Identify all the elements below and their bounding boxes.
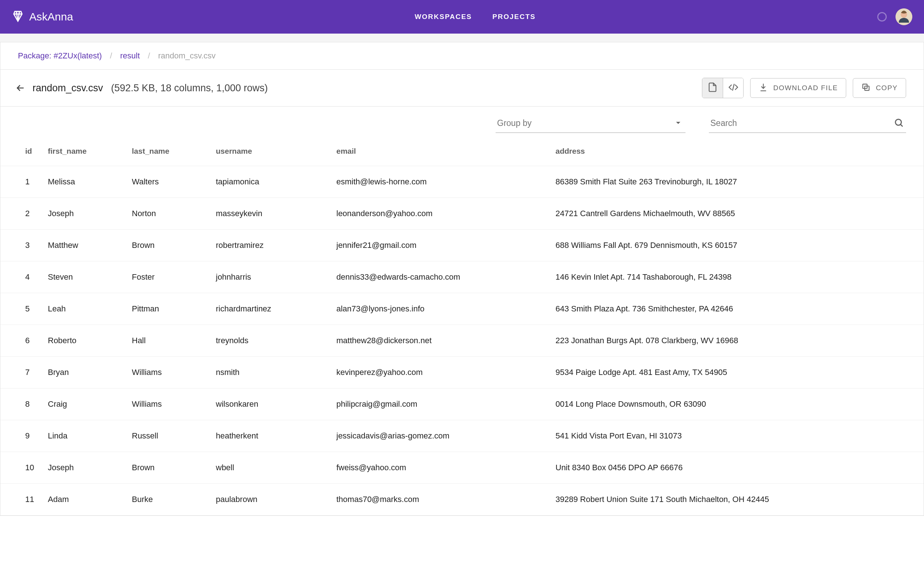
search-icon (894, 117, 904, 129)
cell-first_name: Roberto (48, 325, 132, 357)
cell-address: 24721 Cantrell Gardens Michaelmouth, WV … (556, 198, 924, 230)
cell-last_name: Burke (132, 484, 216, 515)
col-header-username[interactable]: username (216, 136, 336, 166)
cell-first_name: Steven (48, 261, 132, 293)
table-row[interactable]: 1MelissaWalterstapiamonicaesmith@lewis-h… (0, 166, 924, 198)
cell-first_name: Craig (48, 389, 132, 420)
cell-id: 1 (0, 166, 48, 198)
table-row[interactable]: 3MatthewBrownrobertramirezjennifer21@gma… (0, 230, 924, 261)
cell-first_name: Adam (48, 484, 132, 515)
chevron-down-icon (673, 117, 683, 129)
cell-last_name: Williams (132, 357, 216, 389)
cell-id: 6 (0, 325, 48, 357)
cell-id: 5 (0, 293, 48, 325)
table-row[interactable]: 10JosephBrownwbellfweiss@yahoo.comUnit 8… (0, 452, 924, 484)
table-row[interactable]: 4StevenFosterjohnharrisdennis33@edwards-… (0, 261, 924, 293)
cell-username: treynolds (216, 325, 336, 357)
svg-point-4 (896, 119, 901, 125)
spacer (0, 34, 924, 42)
table-row[interactable]: 5LeahPittmanrichardmartinezalan73@lyons-… (0, 293, 924, 325)
table-row[interactable]: 6RobertoHalltreynoldsmatthew28@dickerson… (0, 325, 924, 357)
cell-last_name: Brown (132, 452, 216, 484)
cell-address: 541 Kidd Vista Port Evan, HI 31073 (556, 420, 924, 452)
table-row[interactable]: 7BryanWilliamsnsmithkevinperez@yahoo.com… (0, 357, 924, 389)
table-controls (0, 106, 924, 136)
cell-id: 2 (0, 198, 48, 230)
breadcrumb-separator: / (110, 51, 112, 60)
back-button[interactable] (15, 82, 26, 93)
cell-email: thomas70@marks.com (336, 484, 556, 515)
col-header-email[interactable]: email (336, 136, 556, 166)
cell-address: Unit 8340 Box 0456 DPO AP 66676 (556, 452, 924, 484)
cell-username: tapiamonica (216, 166, 336, 198)
copy-label: COPY (876, 84, 898, 92)
cell-last_name: Russell (132, 420, 216, 452)
cell-first_name: Matthew (48, 230, 132, 261)
download-icon (759, 82, 768, 94)
top-bar: AskAnna WORKSPACES PROJECTS (0, 0, 924, 34)
crumb-result[interactable]: result (120, 51, 140, 60)
view-code-button[interactable] (723, 78, 743, 98)
view-table-button[interactable] (702, 78, 723, 98)
download-file-button[interactable]: DOWNLOAD FILE (750, 78, 846, 98)
cell-email: jessicadavis@arias-gomez.com (336, 420, 556, 452)
col-header-last-name[interactable]: last_name (132, 136, 216, 166)
col-header-first-name[interactable]: first_name (48, 136, 132, 166)
cell-first_name: Joseph (48, 452, 132, 484)
table-header-row: id first_name last_name username email a… (0, 136, 924, 166)
cell-first_name: Linda (48, 420, 132, 452)
cell-email: jennifer21@gmail.com (336, 230, 556, 261)
cell-username: richardmartinez (216, 293, 336, 325)
nav-projects[interactable]: PROJECTS (492, 13, 535, 21)
cell-first_name: Joseph (48, 198, 132, 230)
cell-username: johnharris (216, 261, 336, 293)
cell-username: heatherkent (216, 420, 336, 452)
download-label: DOWNLOAD FILE (773, 84, 838, 92)
code-icon (728, 82, 739, 94)
cell-email: fweiss@yahoo.com (336, 452, 556, 484)
cell-address: 9534 Paige Lodge Apt. 481 East Amy, TX 5… (556, 357, 924, 389)
cell-id: 11 (0, 484, 48, 515)
nav-workspaces[interactable]: WORKSPACES (414, 13, 472, 21)
cell-id: 4 (0, 261, 48, 293)
cell-first_name: Bryan (48, 357, 132, 389)
cell-address: 146 Kevin Inlet Apt. 714 Tashaborough, F… (556, 261, 924, 293)
cell-username: wbell (216, 452, 336, 484)
crumb-package[interactable]: Package: #2ZUx(latest) (18, 51, 102, 60)
copy-button[interactable]: COPY (853, 78, 906, 98)
cell-last_name: Pittman (132, 293, 216, 325)
breadcrumb-separator: / (148, 51, 150, 60)
cell-email: esmith@lewis-horne.com (336, 166, 556, 198)
copy-icon (861, 82, 871, 94)
col-header-address[interactable]: address (556, 136, 924, 166)
search-input[interactable] (709, 115, 906, 133)
cell-last_name: Foster (132, 261, 216, 293)
cell-address: 688 Williams Fall Apt. 679 Dennismouth, … (556, 230, 924, 261)
cell-username: robertramirez (216, 230, 336, 261)
cell-address: 223 Jonathan Burgs Apt. 078 Clarkberg, W… (556, 325, 924, 357)
cell-address: 643 Smith Plaza Apt. 736 Smithchester, P… (556, 293, 924, 325)
cell-email: matthew28@dickerson.net (336, 325, 556, 357)
group-by-select[interactable] (496, 115, 686, 133)
brand-icon (12, 10, 24, 24)
table-row[interactable]: 8CraigWilliamswilsonkarenphilipcraig@gma… (0, 389, 924, 420)
cell-last_name: Walters (132, 166, 216, 198)
table-row[interactable]: 9LindaRussellheatherkentjessicadavis@ari… (0, 420, 924, 452)
cell-email: kevinperez@yahoo.com (336, 357, 556, 389)
user-avatar[interactable] (896, 8, 912, 25)
brand[interactable]: AskAnna (12, 10, 73, 24)
brand-text: AskAnna (29, 11, 73, 23)
cell-username: nsmith (216, 357, 336, 389)
cell-last_name: Norton (132, 198, 216, 230)
col-header-id[interactable]: id (0, 136, 48, 166)
cell-username: wilsonkaren (216, 389, 336, 420)
cell-id: 10 (0, 452, 48, 484)
cell-username: masseykevin (216, 198, 336, 230)
breadcrumb: Package: #2ZUx(latest) / result / random… (0, 42, 924, 70)
cell-last_name: Hall (132, 325, 216, 357)
cell-last_name: Brown (132, 230, 216, 261)
table-row[interactable]: 2JosephNortonmasseykevinleonanderson@yah… (0, 198, 924, 230)
cell-id: 9 (0, 420, 48, 452)
table-row[interactable]: 11AdamBurkepaulabrownthomas70@marks.com3… (0, 484, 924, 515)
cell-first_name: Melissa (48, 166, 132, 198)
